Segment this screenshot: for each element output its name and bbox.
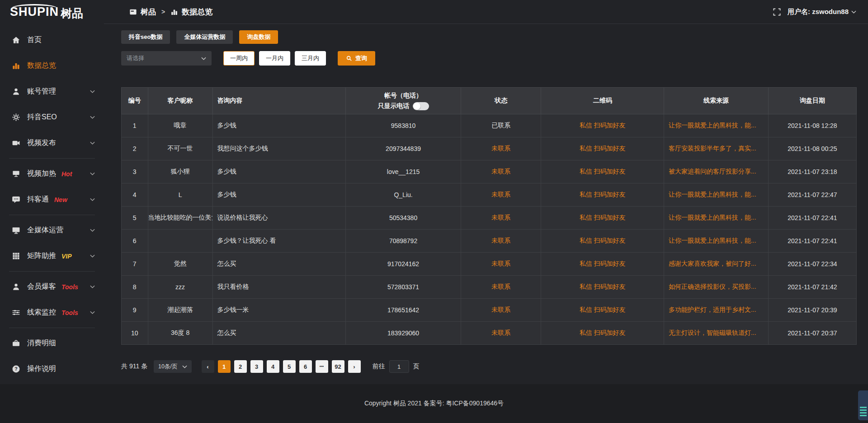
cell-nickname: 当地比较能吃的一位美女 xyxy=(148,207,212,230)
cell-content: 多少钱一米 xyxy=(212,299,345,322)
bar-chart-icon xyxy=(170,8,178,16)
cell-source-link[interactable]: 让你一眼就爱上的黑科技，能... xyxy=(664,207,768,230)
range-quarter-button[interactable]: 三月内 xyxy=(295,51,326,66)
cell-source-link[interactable]: 被大家追着问的客厅投影分享... xyxy=(664,160,768,183)
cell-status: 未联系 xyxy=(461,253,541,276)
cell-qrcode-link[interactable]: 私信 扫码加好友 xyxy=(541,276,664,299)
sidebar-item-consumption-detail[interactable]: 消费明细 xyxy=(0,330,104,356)
sidebar-item-label: 账号管理 xyxy=(27,87,56,96)
cell-account: 2097344839 xyxy=(345,137,461,160)
chevron-down-icon xyxy=(182,365,187,368)
cell-source-link[interactable]: 感谢大家喜欢我家，被问了好... xyxy=(664,253,768,276)
top-bar: SHUPIN 树品 树品 > 数据总览 用户名: zswodun88 xyxy=(0,0,868,24)
range-week-button[interactable]: 一周内 xyxy=(223,51,255,66)
header-nickname: 客户昵称 xyxy=(148,88,212,114)
page-button-2[interactable]: 2 xyxy=(234,360,247,373)
query-button[interactable]: 查询 xyxy=(338,51,375,66)
sidebar-item-account-management[interactable]: 账号管理 xyxy=(0,79,104,104)
app-logo: SHUPIN 树品 xyxy=(0,3,104,21)
tab-douyin-seo-data[interactable]: 抖音seo数据 xyxy=(121,30,170,44)
cell-qrcode-link[interactable]: 私信 扫码加好友 xyxy=(541,160,664,183)
cell-date: 2021-11-07 20:39 xyxy=(768,299,856,322)
next-page-button[interactable]: › xyxy=(348,360,361,373)
cell-status: 未联系 xyxy=(461,137,541,160)
sidebar-item-label: 抖音SEO xyxy=(27,113,57,122)
more-pages-button[interactable]: ••• xyxy=(316,360,328,373)
cell-qrcode-link[interactable]: 私信 扫码加好友 xyxy=(541,114,664,137)
sidebar-item-label: 视频发布 xyxy=(27,138,56,148)
cell-qrcode-link[interactable]: 私信 扫码加好友 xyxy=(541,322,664,345)
cell-content: 多少钱 xyxy=(212,160,345,183)
fullscreen-icon[interactable] xyxy=(773,8,781,16)
cell-qrcode-link[interactable]: 私信 扫码加好友 xyxy=(541,137,664,160)
sidebar-item-video-heat[interactable]: 视频加热 Hot xyxy=(0,161,104,187)
cell-content: 怎么买 xyxy=(212,322,345,345)
sidebar-item-member-burst[interactable]: 会员爆客 Tools xyxy=(0,274,104,300)
header-qrcode: 二维码 xyxy=(541,88,664,114)
pagination: 共 911 条 10条/页 ‹ 1 2 3 4 5 6 ••• 92 › 前往 … xyxy=(121,360,857,373)
phone-only-toggle[interactable] xyxy=(413,102,429,110)
page-button-4[interactable]: 4 xyxy=(267,360,279,373)
filter-select-placeholder: 请选择 xyxy=(127,54,144,62)
page-button-5[interactable]: 5 xyxy=(283,360,296,373)
cell-content: 多少钱 xyxy=(212,114,345,137)
briefcase-icon xyxy=(12,339,20,348)
sidebar-item-home[interactable]: 首页 xyxy=(0,27,104,53)
cell-status: 未联系 xyxy=(461,322,541,345)
cell-nickname: 潮起潮落 xyxy=(148,299,212,322)
filter-select[interactable]: 请选择 xyxy=(121,51,212,66)
cell-source-link[interactable]: 多功能护栏灯，适用于乡村文... xyxy=(664,299,768,322)
cell-source-link[interactable]: 客厅安装投影半年多了，真实... xyxy=(664,137,768,160)
cell-account: 183929060 xyxy=(345,322,461,345)
goto-page-input[interactable] xyxy=(389,360,409,373)
sidebar-item-label: 线索监控 xyxy=(27,308,56,317)
sidebar-item-video-publish[interactable]: 视频发布 xyxy=(0,130,104,156)
cell-source-link[interactable]: 让你一眼就爱上的黑科技，能... xyxy=(664,114,768,137)
page-button-1[interactable]: 1 xyxy=(218,360,231,373)
tab-inquiry-data[interactable]: 询盘数据 xyxy=(239,30,278,44)
cell-source-link[interactable]: 让你一眼就爱上的黑科技，能... xyxy=(664,183,768,207)
cell-source-link[interactable]: 让你一眼就爱上的黑科技，能... xyxy=(664,230,768,253)
cell-qrcode-link[interactable]: 私信 扫码加好友 xyxy=(541,183,664,207)
prev-page-button[interactable]: ‹ xyxy=(202,360,214,373)
floating-widget[interactable] xyxy=(858,390,868,420)
sidebar-divider xyxy=(9,158,95,159)
page-button-3[interactable]: 3 xyxy=(250,360,263,373)
page-button-6[interactable]: 6 xyxy=(299,360,312,373)
tab-omni-media-data[interactable]: 全媒体运营数据 xyxy=(176,30,233,44)
cell-source-link[interactable]: 无主灯设计，智能磁吸轨道灯... xyxy=(664,322,768,345)
range-month-button[interactable]: 一月内 xyxy=(259,51,290,66)
user-menu[interactable]: 用户名: zswodun88 xyxy=(788,8,856,16)
sidebar-item-doukertong[interactable]: 抖客通 New xyxy=(0,187,104,212)
cell-date: 2021-11-07 22:34 xyxy=(768,253,856,276)
chevron-down-icon xyxy=(90,141,95,145)
cell-qrcode-link[interactable]: 私信 扫码加好友 xyxy=(541,253,664,276)
sidebar-item-matrix-boost[interactable]: 矩阵助推 VIP xyxy=(0,243,104,269)
table-row: 2 不可一世 我想问这个多少钱 2097344839 未联系 私信 扫码加好友 … xyxy=(122,137,857,160)
cell-qrcode-link[interactable]: 私信 扫码加好友 xyxy=(541,230,664,253)
sidebar-item-lead-monitor[interactable]: 线索监控 Tools xyxy=(0,300,104,325)
page-size-select[interactable]: 10条/页 xyxy=(154,360,191,373)
tools-badge: Tools xyxy=(61,283,78,291)
hot-badge: Hot xyxy=(61,170,72,178)
table-row: 10 36度 8 怎么买 183929060 未联系 私信 扫码加好友 无主灯设… xyxy=(122,322,857,345)
cell-content: 我只看价格 xyxy=(212,276,345,299)
breadcrumb-root[interactable]: 树品 xyxy=(141,7,156,17)
cell-qrcode-link[interactable]: 私信 扫码加好友 xyxy=(541,299,664,322)
page-button-92[interactable]: 92 xyxy=(332,360,344,373)
logo-arc-decoration xyxy=(12,4,57,12)
cell-nickname: 狐小狸 xyxy=(148,160,212,183)
cell-status: 未联系 xyxy=(461,299,541,322)
sidebar-item-omni-media[interactable]: 全媒体运营 xyxy=(0,217,104,243)
cell-source-link[interactable]: 如何正确选择投影仪，买投影... xyxy=(664,276,768,299)
goto-label: 前往 xyxy=(373,362,385,371)
home-icon xyxy=(12,36,20,44)
sidebar-item-douyin-seo[interactable]: 抖音SEO xyxy=(0,104,104,130)
sidebar-item-label: 数据总览 xyxy=(27,61,56,70)
cell-account: love__1215 xyxy=(345,160,461,183)
sidebar-item-data-overview[interactable]: 数据总览 xyxy=(0,53,104,79)
sidebar-item-operation-guide[interactable]: ? 操作说明 xyxy=(0,356,104,382)
cell-no: 7 xyxy=(122,253,148,276)
cell-qrcode-link[interactable]: 私信 扫码加好友 xyxy=(541,207,664,230)
cell-date: 2021-11-07 22:47 xyxy=(768,183,856,207)
